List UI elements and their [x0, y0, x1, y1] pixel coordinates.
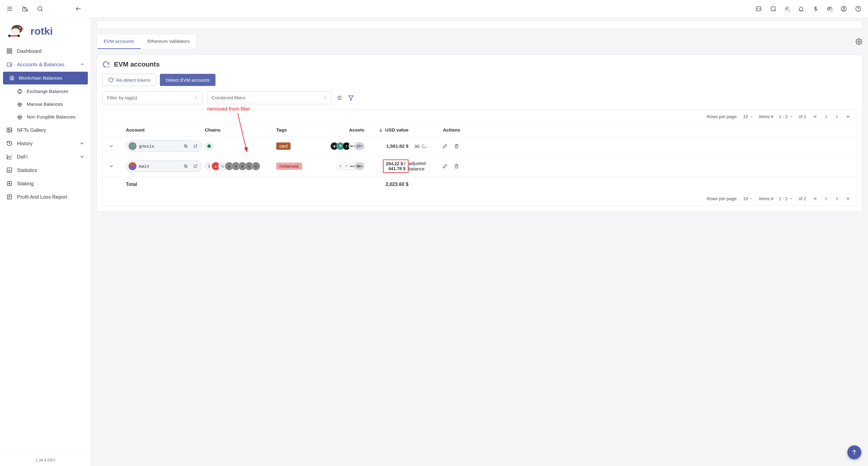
- copy-icon[interactable]: [182, 163, 189, 170]
- expand-row-icon[interactable]: [107, 163, 115, 170]
- tab-evm-accounts[interactable]: EVM accounts: [97, 34, 141, 49]
- swap-icon: [17, 88, 23, 95]
- section-title: EVM accounts: [114, 61, 160, 68]
- rows-per-page-select[interactable]: 10: [743, 196, 753, 201]
- sidebar-item-label: Accounts & Balances: [17, 62, 64, 67]
- help-icon[interactable]: [855, 5, 862, 12]
- theme-toggle[interactable]: [784, 6, 790, 12]
- sidebar-sub-blockchain[interactable]: Blockchain Balances: [3, 72, 88, 85]
- tag-filter-select[interactable]: Filter by tag(s): [102, 92, 203, 104]
- gear-icon[interactable]: [855, 38, 863, 45]
- svg-point-4: [38, 6, 42, 10]
- sidebar-item-history[interactable]: History: [0, 137, 91, 150]
- list-density-icon[interactable]: [336, 94, 343, 101]
- pager-bottom: Rows per page: 10 Items # 1 - 2 of 2: [103, 192, 857, 205]
- col-usd[interactable]: USD value: [364, 127, 408, 133]
- collapsed-card: [97, 21, 863, 29]
- account-pill[interactable]: main: [126, 160, 202, 172]
- sidebar-sub-manual[interactable]: Manual Balances: [0, 98, 91, 110]
- expand-row-icon[interactable]: [107, 142, 115, 150]
- hamburger-icon[interactable]: [6, 5, 13, 12]
- page-last-icon[interactable]: [844, 113, 851, 120]
- detect-evm-button[interactable]: Detect EVM accounts: [160, 74, 215, 86]
- page-prev-icon[interactable]: [823, 195, 830, 202]
- chain-icon: ●: [252, 162, 260, 170]
- page-last-icon[interactable]: [844, 195, 851, 202]
- image-icon: [6, 127, 13, 133]
- user-icon[interactable]: [840, 5, 847, 12]
- scale-icon: [17, 101, 23, 107]
- note-icon[interactable]: [770, 5, 777, 12]
- privacy-icon[interactable]: [827, 6, 833, 12]
- search-icon[interactable]: [36, 5, 44, 12]
- col-assets[interactable]: Assets: [325, 127, 364, 133]
- svg-point-25: [11, 28, 20, 35]
- svg-point-26: [19, 27, 20, 29]
- staking-icon: [6, 180, 13, 187]
- sidebar-sub-exchange[interactable]: Exchange Balances: [0, 85, 91, 98]
- page-next-icon[interactable]: [833, 195, 841, 202]
- combined-filter-select[interactable]: Combined filters: [207, 92, 332, 104]
- page-next-icon[interactable]: [833, 113, 841, 120]
- sidebar-item-stats[interactable]: Statistics: [0, 163, 91, 177]
- back-icon[interactable]: [75, 5, 82, 12]
- filter-icon[interactable]: [347, 94, 355, 101]
- sidebar-sub-label: Exchange Balances: [27, 89, 68, 94]
- page-prev-icon[interactable]: [823, 113, 830, 120]
- redetect-tokens-button[interactable]: Re-detect tokens: [102, 74, 156, 86]
- bell-icon[interactable]: [798, 5, 805, 12]
- cloud-off-icon[interactable]: [21, 5, 29, 12]
- bar-chart-icon: [6, 167, 13, 173]
- refresh-icon[interactable]: [102, 61, 110, 68]
- topbar: [0, 0, 868, 18]
- currency-icon[interactable]: [812, 5, 819, 12]
- items-range-select[interactable]: 1 - 2: [779, 196, 793, 201]
- tabs: EVM accounts Ethereum Validators: [97, 34, 197, 49]
- table-row: gnosis card ◆ ₮ Ξ WETH 27+: [103, 136, 857, 156]
- svg-rect-30: [7, 49, 9, 51]
- avatar: [129, 162, 136, 170]
- svg-point-28: [8, 35, 11, 37]
- svg-marker-54: [349, 96, 353, 100]
- caret-down-icon: [194, 96, 198, 100]
- svg-line-14: [785, 7, 786, 7]
- page-first-icon[interactable]: [811, 195, 819, 202]
- account-pill[interactable]: gnosis: [126, 140, 202, 152]
- sidebar-item-defi[interactable]: DeFi: [0, 150, 91, 163]
- sidebar-item-accounts[interactable]: Accounts & Balances: [0, 58, 91, 71]
- edit-icon[interactable]: [441, 142, 448, 150]
- sidebar-item-dashboard[interactable]: Dashboard: [0, 44, 91, 58]
- asset-more-badge: 27+: [355, 142, 364, 150]
- sidebar-item-pnl[interactable]: Profit And Loss Report: [0, 190, 91, 203]
- sidebar-sub-nft-bal[interactable]: Non Fungible Balances: [0, 110, 91, 123]
- svg-point-21: [843, 7, 845, 9]
- copy-icon[interactable]: [182, 142, 189, 150]
- loading-spinner-icon: [422, 144, 427, 148]
- external-link-icon[interactable]: [192, 142, 199, 150]
- dashboard-icon: [6, 48, 13, 54]
- total-value: 2,023.60 $: [364, 182, 408, 187]
- items-range-select[interactable]: 1 - 2: [779, 114, 793, 119]
- trash-icon[interactable]: [453, 142, 460, 150]
- col-chains[interactable]: Chains: [205, 127, 276, 133]
- tab-eth-validators[interactable]: Ethereum Validators: [141, 34, 196, 49]
- sidebar-item-label: Profit And Loss Report: [17, 194, 67, 200]
- scroll-top-button[interactable]: [847, 445, 861, 459]
- sidebar-item-nfts[interactable]: NFTs Gallery: [0, 123, 91, 137]
- col-account[interactable]: Account: [126, 127, 205, 133]
- chevron-down-icon: [79, 141, 85, 146]
- trash-icon[interactable]: [453, 163, 460, 170]
- page-first-icon[interactable]: [811, 113, 819, 120]
- edit-icon[interactable]: [441, 163, 448, 170]
- sidebar-item-staking[interactable]: Staking: [0, 177, 91, 190]
- rows-per-page-select[interactable]: 10: [743, 114, 753, 119]
- svg-rect-32: [7, 52, 9, 54]
- sidebar-sub-label: Non Fungible Balances: [27, 114, 75, 120]
- col-tags[interactable]: Tags: [276, 127, 325, 133]
- sidebar-item-label: Statistics: [17, 167, 37, 173]
- external-link-icon[interactable]: [192, 163, 199, 170]
- caret-down-icon: [323, 96, 327, 100]
- chevron-up-icon: [79, 62, 85, 67]
- logo[interactable]: rotki: [0, 18, 91, 41]
- code-icon[interactable]: [755, 5, 762, 12]
